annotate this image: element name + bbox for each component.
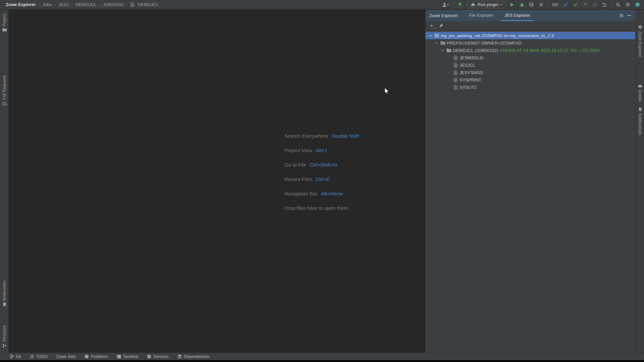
debug-icon[interactable] [519, 1, 525, 8]
tree-row-label: JESMSGLG [459, 55, 483, 60]
file-icon [129, 1, 136, 8]
toolwindow-button-problems[interactable]: Problems [85, 354, 108, 359]
breadcrumb-item-demojcl[interactable]: DEMOJCL [74, 2, 97, 7]
chevron-right-icon: › [71, 2, 73, 7]
shortcut-label: Search Everywhere [284, 133, 328, 139]
mouse-cursor [384, 87, 389, 95]
settings-gear-icon[interactable]: ⚙ [625, 1, 631, 8]
toolwindow-button-zowe-jobs[interactable]: Zowe Jobs [56, 354, 76, 359]
run-button-label: Run plugin [478, 2, 498, 7]
ide-profile-icon[interactable] [635, 1, 641, 8]
spool-file-icon [452, 56, 459, 60]
tree-row-spool-file[interactable]: SYSPRINT [425, 76, 635, 83]
stripe-structure-label: Structure [2, 325, 7, 342]
chevron-down-icon[interactable] [440, 49, 445, 52]
git-commit-icon[interactable] [572, 1, 578, 8]
toolbar-separator [453, 2, 454, 8]
chevron-down-icon[interactable] [428, 34, 433, 38]
build-hammer-icon[interactable] [458, 1, 464, 8]
stripe-project-label: Project [2, 14, 7, 26]
breadcrumb-item-jes2[interactable]: JES2 [57, 2, 70, 7]
tree-row-label: SYSUT2 [459, 85, 477, 90]
spool-file-icon [452, 85, 459, 89]
stripe-gradle-label: Gradle [638, 89, 642, 102]
stripe-bookmarks[interactable]: Bookmarks [0, 281, 9, 307]
tree-row-spool-file[interactable]: JESYSMSG [425, 69, 635, 76]
tree-row-spool-file[interactable]: SYSUT2 [425, 83, 635, 91]
tree-row-spool-file[interactable]: JESMSGLG [425, 54, 635, 61]
profiler-icon[interactable] [529, 1, 535, 8]
shortcut-keys: Ctrl+Shift+N [310, 162, 337, 168]
editor-area: Search Everywhere Double Shift Project V… [9, 10, 425, 353]
breadcrumb-item-spoolfile[interactable]: DEMOJCL [137, 2, 160, 7]
toolbar-separator [611, 2, 611, 8]
stripe-notifications-label: Notifications [638, 113, 642, 135]
tree-row-spool-file[interactable]: JESJCL [425, 61, 635, 69]
stripe-bookmarks-label: Bookmarks [2, 281, 7, 301]
tab-jes-explorer[interactable]: JES Explorer [501, 10, 533, 21]
tree-row-working-set[interactable]: my_jes_working_set ZOSMFAD on my_connect… [425, 32, 635, 39]
spool-file-icon [452, 78, 459, 82]
shortcut-label: Project View [284, 147, 312, 153]
tree-row-label: JESJCL [459, 63, 475, 68]
shortcut-label: Navigation Bar [284, 191, 317, 196]
navigation-bar: Zowe Explorer › Jobs › JES2 › DEMOJCL › … [0, 0, 644, 9]
breadcrumb: Zowe Explorer › Jobs › JES2 › DEMOJCL › … [0, 1, 160, 8]
rollback-icon[interactable] [601, 1, 607, 8]
git-push-icon[interactable] [582, 1, 588, 8]
minimize-icon[interactable] [625, 12, 633, 19]
breadcrumb-item-root[interactable]: Zowe Explorer [5, 2, 37, 7]
stripe-gradle[interactable]: Gradle [636, 84, 644, 102]
toolwindow-button-label: Terminal [123, 354, 138, 359]
search-icon[interactable] [615, 1, 621, 8]
toolwindow-button-services[interactable]: Services [147, 354, 169, 359]
user-account-icon[interactable]: ▾ [441, 1, 450, 8]
run-icon[interactable] [509, 1, 515, 8]
tree-row-job[interactable]: DEMOJCL (JOB00192) ENDED AT: 01 MAR 2023… [425, 47, 635, 54]
ide-window: Zowe Explorer › Jobs › JES2 › DEMOJCL › … [0, 0, 644, 362]
shortcut-row: Search Everywhere Double Shift [284, 133, 359, 147]
chevron-down-icon[interactable] [434, 41, 439, 45]
toolwindow-button-label: Problems [91, 354, 108, 359]
tool-window-gear-icon[interactable]: ⚙ [618, 12, 625, 19]
shortcut-label: Recent Files [284, 176, 312, 182]
breadcrumb-item-job00192[interactable]: JOB00192 [102, 2, 124, 7]
wrench-icon[interactable] [439, 23, 443, 28]
chevron-right-icon: › [126, 2, 128, 7]
add-icon[interactable]: +▾ [429, 23, 434, 28]
tab-file-explorer[interactable]: File Explorer [465, 10, 496, 21]
tree-row-label: DEMOJCL (JOB00192) [452, 48, 498, 53]
stripe-pull-requests[interactable]: Pull Requests [0, 75, 9, 106]
bottom-tool-window-bar: Git TODO Zowe Jobs Problems Terminal Ser… [0, 353, 644, 360]
toolwindow-button-git[interactable]: Git [10, 354, 21, 359]
tool-window-title: Zowe Explorer: [427, 13, 461, 18]
tree-row-label: SYSPRINT [459, 77, 481, 82]
gradle-icon [471, 3, 476, 6]
right-tool-stripe: Z Zowe Explorer Gradle Notifications [635, 10, 644, 353]
chevron-right-icon: › [54, 2, 56, 7]
shortcut-keys: Alt+1 [316, 147, 327, 153]
stripe-notifications[interactable]: Notifications [636, 107, 644, 135]
shortcut-keys: Alt+Home [321, 191, 343, 196]
git-update-icon[interactable] [562, 1, 569, 8]
tool-window-header: Zowe Explorer: File Explorer JES Explore… [425, 10, 635, 21]
run-configuration-dropdown[interactable]: Run plugin ▾ [467, 1, 505, 8]
pull-request-icon [2, 102, 7, 106]
git-label: Git: [552, 2, 559, 7]
chevron-right-icon: › [38, 2, 40, 7]
shortcut-row: Navigation Bar Alt+Home [284, 191, 359, 205]
breadcrumb-item-jobs[interactable]: Jobs [42, 2, 53, 7]
stripe-project[interactable]: Project [0, 14, 9, 32]
zowe-icon: Z [638, 24, 643, 29]
toolwindow-button-dependencies[interactable]: Dependencies [177, 354, 210, 359]
terminal-icon [117, 355, 121, 359]
stripe-structure[interactable]: Structure [0, 325, 9, 348]
toolwindow-button-todo[interactable]: TODO [30, 354, 47, 359]
toolwindow-button-label: TODO [36, 354, 47, 359]
stripe-zowe-explorer[interactable]: Z Zowe Explorer [636, 24, 644, 57]
tree-row-filter[interactable]: PREFIX=DEMO* OWNER=ZOSMFAD [425, 39, 635, 47]
stop-icon [538, 1, 544, 8]
shortcut-row: Recent Files Ctrl+E [284, 176, 359, 191]
toolwindow-button-terminal[interactable]: Terminal [117, 354, 138, 359]
spool-file-icon [452, 70, 459, 75]
